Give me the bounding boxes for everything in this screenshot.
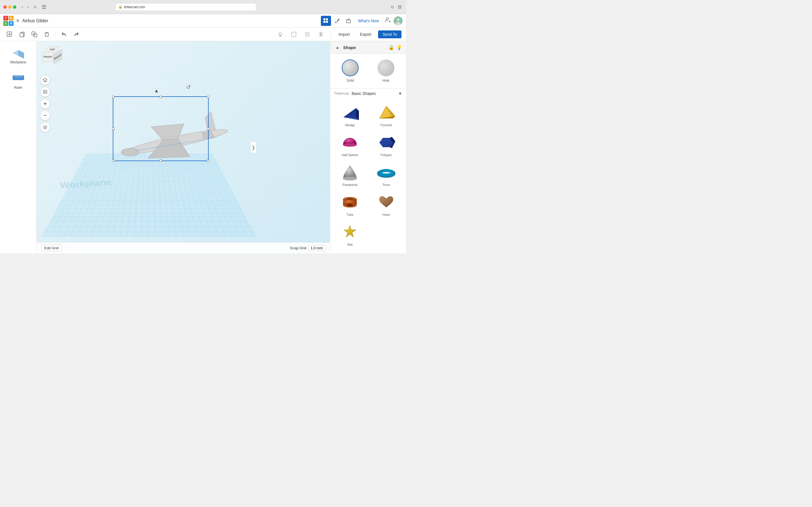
shape-item-halfsphere[interactable]: Half Sphere xyxy=(333,131,368,159)
user-avatar[interactable] xyxy=(394,16,403,25)
svg-rect-3 xyxy=(326,21,328,23)
add-user-button[interactable] xyxy=(384,16,393,25)
svg-rect-10 xyxy=(20,33,23,37)
reading-mode-button[interactable]: ⊟ xyxy=(397,3,403,11)
shape-lock-button[interactable]: 🔒 xyxy=(389,45,394,50)
send-to-button[interactable]: Send To xyxy=(378,31,402,38)
forward-button[interactable]: › xyxy=(26,4,31,10)
cube-front-face[interactable]: FRONT xyxy=(42,52,54,62)
fit-view-button[interactable] xyxy=(40,87,50,97)
share-button[interactable]: ⎋ xyxy=(390,3,395,11)
shape-bulb-button[interactable]: 💡 xyxy=(396,45,402,50)
address-bar[interactable]: 🔒 tinkercad.com xyxy=(115,3,256,11)
wedge-preview xyxy=(341,104,359,122)
hole-label: Hole xyxy=(382,78,389,82)
hammer-icon xyxy=(335,18,340,24)
orient-button[interactable] xyxy=(40,122,50,132)
import-button[interactable]: Import xyxy=(335,31,353,38)
menu-toggle-button[interactable]: ≡ xyxy=(16,18,19,24)
svg-point-28 xyxy=(121,149,139,156)
pyramid-label: Pyramid xyxy=(380,123,392,127)
workplane-button[interactable]: Workplane xyxy=(4,43,33,66)
shape-item-torus[interactable]: Torus xyxy=(369,161,404,189)
light-bulb-button[interactable] xyxy=(275,29,285,40)
zoom-in-button[interactable]: + xyxy=(40,99,50,109)
whats-new-button[interactable]: What's New xyxy=(355,17,382,25)
hole-circle xyxy=(377,59,395,76)
svg-point-5 xyxy=(386,18,389,20)
shape-panel: ▲ Shape 🔒 💡 Solid Hole xyxy=(330,41,406,89)
svg-point-7 xyxy=(397,18,400,21)
shape-item-paraboloid[interactable]: Paraboloid xyxy=(333,161,368,189)
svg-rect-0 xyxy=(323,18,325,20)
undo-button[interactable] xyxy=(59,29,69,40)
toolbar-separator xyxy=(55,31,56,38)
svg-marker-54 xyxy=(344,225,356,237)
edit-grid-button[interactable]: Edit Grid xyxy=(41,244,62,251)
panel-collapse-button[interactable]: ❯ xyxy=(250,142,256,153)
redo-button[interactable] xyxy=(71,29,82,40)
refresh-button[interactable]: ⊙ xyxy=(32,4,38,10)
ruler-button[interactable]: Ruler xyxy=(4,69,33,92)
height-handle[interactable]: ▲ xyxy=(154,88,159,94)
hole-option[interactable]: Hole xyxy=(377,59,395,82)
minimize-button[interactable] xyxy=(8,5,11,9)
snap-value-button[interactable]: 1.0 mm xyxy=(308,245,325,251)
align-button[interactable] xyxy=(316,29,326,40)
torus-label: Torus xyxy=(382,183,390,186)
library-dropdown-button[interactable]: ▼ xyxy=(398,91,402,96)
copy-button[interactable] xyxy=(17,29,27,40)
browser-chrome: ‹ › ⊙ ☰ 🔒 tinkercad.com ⎋ ⊟ xyxy=(0,0,406,14)
home-view-button[interactable] xyxy=(40,75,50,85)
simulate-button[interactable] xyxy=(343,16,354,26)
align-icon xyxy=(318,31,324,38)
project-title: Airbus Glider xyxy=(22,18,318,23)
view-cube[interactable]: TOP FRONT RIGHT xyxy=(42,47,65,69)
ruler-icon xyxy=(11,71,25,84)
shape-item-heart[interactable]: Heart xyxy=(369,190,404,219)
solid-view-button[interactable] xyxy=(289,29,299,40)
shape-item-tube[interactable]: Tube xyxy=(333,190,368,219)
rotation-handle[interactable]: ↺ xyxy=(186,83,191,91)
shape-item-star[interactable]: Star xyxy=(333,220,368,249)
zoom-out-button[interactable]: − xyxy=(40,110,50,121)
new-shape-button[interactable] xyxy=(4,29,15,40)
shape-collapse-button[interactable]: ▲ xyxy=(334,44,341,51)
shape-item-pyramid[interactable]: Pyramid xyxy=(369,101,404,129)
minus-icon: − xyxy=(44,113,47,119)
workplane-icon xyxy=(11,46,25,59)
viewport[interactable]: Workplane TOP FRONT RIGHT xyxy=(37,41,330,253)
person-add-icon xyxy=(385,17,391,23)
solid-option[interactable]: Solid xyxy=(342,59,359,82)
browser-window-controls xyxy=(3,5,16,9)
duplicate-button[interactable] xyxy=(29,29,40,40)
back-button[interactable]: ‹ xyxy=(20,4,24,10)
torus-preview xyxy=(377,163,395,181)
redo-icon xyxy=(73,31,80,38)
halfsphere-label: Half Sphere xyxy=(342,153,358,157)
shape-item-polygon[interactable]: Polygon xyxy=(369,131,404,159)
shape-item-wedge[interactable]: Wedge xyxy=(333,101,368,129)
shape-panel-header: ▲ Shape 🔒 💡 xyxy=(330,41,406,54)
snap-grid-button[interactable] xyxy=(302,29,312,40)
maximize-button[interactable] xyxy=(13,5,16,9)
close-button[interactable] xyxy=(3,5,7,9)
logo-t: T xyxy=(3,16,8,20)
export-button[interactable]: Export xyxy=(356,31,374,38)
undo-icon xyxy=(61,31,67,38)
svg-marker-29 xyxy=(205,112,215,131)
shape-options: Solid Hole xyxy=(330,54,406,88)
svg-rect-1 xyxy=(326,18,328,20)
sidebar-toggle-button[interactable]: ☰ xyxy=(41,3,47,11)
ruler-label: Ruler xyxy=(14,86,22,90)
codeblocks-button[interactable] xyxy=(332,16,342,26)
home-icon xyxy=(43,77,48,82)
solid-view-icon xyxy=(291,31,297,38)
3d-editor-button[interactable] xyxy=(321,16,331,26)
url-text: tinkercad.com xyxy=(124,5,145,9)
snap-grid-label: Snap Grid xyxy=(290,246,306,250)
cube-top-face[interactable]: TOP xyxy=(45,47,59,52)
star-preview xyxy=(341,223,359,241)
tinkercad-logo[interactable]: T K E R xyxy=(3,16,13,26)
delete-button[interactable] xyxy=(42,29,52,40)
